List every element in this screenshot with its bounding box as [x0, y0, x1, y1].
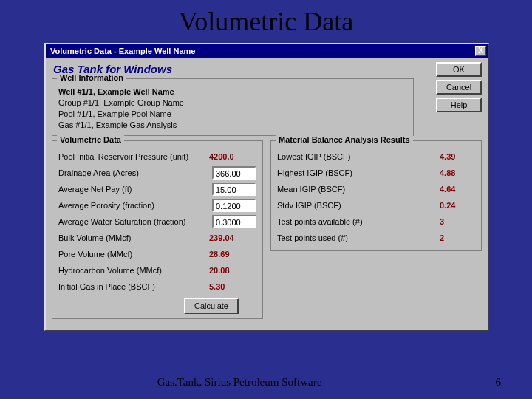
- dialog-window: Volumetric Data - Example Well Name X Ga…: [44, 43, 489, 331]
- stdv-igip-value: 0.24: [440, 201, 475, 210]
- page-number: 6: [479, 376, 501, 389]
- mbar-legend: Material Balance Analysis Results: [276, 135, 413, 144]
- porosity-input[interactable]: 0.1200: [212, 199, 256, 212]
- pressure-label: Pool Initial Reservoir Pressure (unit): [58, 152, 209, 161]
- window-title: Volumetric Data - Example Well Name: [50, 47, 195, 55]
- igip-value: 5.30: [209, 282, 256, 291]
- slide-footer: Gas.Tank, Sirius Petroleum Software 6: [0, 376, 532, 389]
- slide-title: Volumetric Data: [0, 0, 532, 41]
- ok-button[interactable]: OK: [436, 62, 482, 77]
- low-igip-label: Lowest IGIP (BSCF): [277, 152, 440, 161]
- hc-label: Hydrocarbon Volume (MMcf): [58, 266, 209, 275]
- mean-igip-label: Mean IGIP (BSCF): [277, 185, 440, 194]
- igip-label: Initial Gas in Place (BSCF): [58, 282, 209, 291]
- sw-label: Average Water Saturation (fraction): [58, 217, 212, 226]
- netpay-label: Average Net Pay (ft): [58, 185, 212, 194]
- pool-name: Pool #1/1, Example Pool Name: [58, 109, 407, 120]
- sw-input[interactable]: 0.3000: [212, 215, 256, 228]
- pore-label: Pore Volume (MMcf): [58, 250, 209, 259]
- volumetric-group: Volumetric Data Pool Initial Reservoir P…: [52, 140, 263, 319]
- used-label: Test points used (#): [277, 233, 440, 242]
- gas-analysis: Gas #1/1, Example Gas Analysis: [58, 120, 407, 131]
- pressure-value: 4200.0: [209, 152, 256, 161]
- well-info-group: Well Information Well #1/1, Example Well…: [52, 78, 414, 136]
- group-name: Group #1/1, Example Group Name: [58, 98, 407, 109]
- mbar-group: Material Balance Analysis Results Lowest…: [270, 140, 482, 251]
- porosity-label: Average Porosity (fraction): [58, 201, 212, 210]
- titlebar: Volumetric Data - Example Well Name X: [46, 44, 488, 58]
- well-name: Well #1/1, Example Well Name: [58, 86, 407, 98]
- low-igip-value: 4.39: [440, 152, 475, 161]
- avail-label: Test points available (#): [277, 217, 440, 226]
- close-button[interactable]: X: [475, 46, 486, 56]
- calculate-button[interactable]: Calculate: [184, 298, 239, 314]
- avail-value: 3: [440, 217, 475, 226]
- volumetric-legend: Volumetric Data: [57, 135, 124, 144]
- hc-value: 20.08: [209, 266, 256, 275]
- help-button[interactable]: Help: [436, 98, 482, 112]
- pore-value: 28.69: [209, 250, 256, 259]
- high-igip-value: 4.88: [440, 168, 475, 177]
- netpay-input[interactable]: 15.00: [212, 183, 256, 196]
- footer-text: Gas.Tank, Sirius Petroleum Software: [0, 376, 479, 389]
- well-info-legend: Well Information: [57, 73, 126, 82]
- area-input[interactable]: 366.00: [212, 166, 256, 180]
- mean-igip-value: 4.64: [440, 185, 475, 194]
- area-label: Drainage Area (Acres): [58, 168, 212, 177]
- used-value: 2: [440, 233, 475, 242]
- cancel-button[interactable]: Cancel: [436, 80, 482, 95]
- stdv-igip-label: Stdv IGIP (BSCF): [277, 201, 440, 210]
- bulk-label: Bulk Volume (MMcf): [58, 233, 209, 242]
- bulk-value: 239.04: [209, 233, 256, 242]
- high-igip-label: Highest IGIP (BSCF): [277, 168, 440, 177]
